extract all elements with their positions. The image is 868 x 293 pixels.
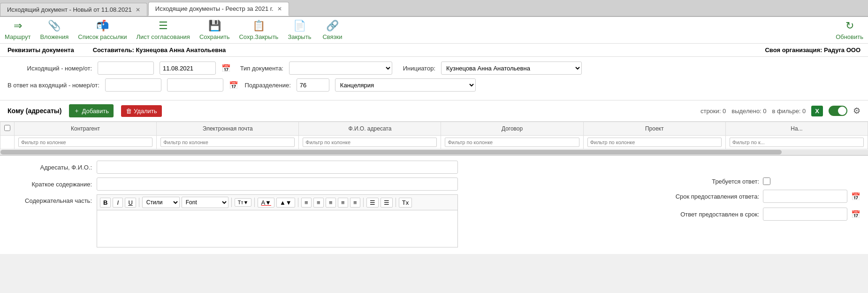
recipients-table: Контрагент Электронная почта Ф.И.О. адре…	[0, 122, 868, 149]
calendar-icon-2[interactable]: 📅	[229, 81, 238, 90]
input-reply-date[interactable]	[167, 78, 223, 92]
answered-input[interactable]	[763, 208, 847, 221]
add-recipient-button[interactable]: ＋ Добавить	[69, 104, 113, 117]
export-button[interactable]: X	[811, 106, 823, 116]
close-icon: 📄	[293, 20, 306, 32]
filter-contract[interactable]	[445, 138, 579, 147]
toolbar: ⇒ Маршрут 📎 Вложения 📬 Список рассылки ☰…	[0, 17, 868, 44]
org-label: Своя организация: Радуга ООО	[765, 46, 860, 54]
font-color-button[interactable]: A▼	[258, 198, 274, 208]
list-ol-button[interactable]: ☰	[381, 198, 393, 208]
divider-5	[363, 198, 364, 207]
tab-close-1[interactable]: ✕	[136, 7, 140, 13]
toolbar-refresh-label: Обновить	[836, 33, 863, 40]
recipients-header: Кому (адресаты) ＋ Добавить 🗑 Удалить стр…	[0, 100, 868, 122]
select-dept[interactable]: Канцелярия	[335, 78, 476, 92]
list-ul-button[interactable]: ☰	[366, 198, 379, 208]
tab-registry[interactable]: Исходящие документы - Реестр за 2021 г. …	[148, 2, 289, 16]
select-initiator[interactable]: Кузнецова Анна Анатольевна	[441, 62, 582, 75]
brief-label: Краткое содержание:	[8, 181, 92, 188]
filter-recipient-name-cell	[299, 136, 441, 149]
delete-recipient-button[interactable]: 🗑 Удалить	[121, 105, 162, 117]
toolbar-links[interactable]: 🔗 Связки	[320, 20, 344, 40]
save-close-icon: 📋	[252, 20, 265, 32]
clear-format-button[interactable]: Tx	[399, 198, 412, 208]
toolbar-save-label: Сохранить	[199, 33, 230, 40]
filter-checkbox-cell	[0, 136, 15, 149]
attachment-icon: 📎	[48, 20, 61, 32]
toolbar-approval-label: Лист согласования	[137, 33, 190, 40]
align-center-button[interactable]: ≡	[313, 198, 324, 208]
answered-label: Ответ предоставлен в срок:	[647, 211, 759, 218]
divider-6	[396, 198, 396, 207]
input-number[interactable]	[98, 62, 154, 75]
filter-extra[interactable]	[730, 138, 864, 147]
deadline-input[interactable]	[763, 190, 847, 203]
filter-contract-cell	[441, 136, 583, 149]
addressees-row: Адресаты, Ф.И.О.:	[8, 161, 860, 174]
toolbar-refresh[interactable]: ↻ Обновить	[836, 20, 863, 40]
align-right-button[interactable]: ≡	[326, 198, 336, 208]
font-select[interactable]: Font	[182, 197, 228, 208]
toolbar-save-close[interactable]: 📋 Сохр.Закрыть	[239, 20, 278, 40]
bold-button[interactable]: B	[100, 198, 111, 208]
route-icon: ⇒	[14, 20, 22, 32]
recipients-title: Кому (адресаты)	[8, 107, 61, 115]
toolbar-close[interactable]: 📄 Закрыть	[288, 20, 311, 40]
toolbar-route-label: Маршрут	[5, 33, 30, 40]
col-extra-header: На...	[725, 122, 868, 136]
toolbar-mailing[interactable]: 📬 Список рассылки	[78, 20, 127, 40]
label-initiator: Инициатор:	[398, 65, 435, 72]
right-bottom: Требуется ответ: Срок предоставления отв…	[637, 177, 860, 225]
underline-button[interactable]: U	[125, 198, 136, 208]
input-reply-number[interactable]	[105, 78, 161, 92]
tab-close-2[interactable]: ✕	[277, 6, 282, 12]
requires-answer-checkbox[interactable]	[763, 177, 770, 185]
calendar-icon-deadline[interactable]: 📅	[851, 192, 860, 201]
scrollbar-thumb	[0, 150, 782, 154]
recipients-stats: строки: 0 выделено: 0 в фильре: 0 X ⚙	[700, 106, 860, 116]
toolbar-mailing-label: Список рассылки	[78, 33, 127, 40]
brief-row: Краткое содержание:	[8, 177, 637, 191]
approval-icon: ☰	[159, 20, 168, 32]
col-email-header: Электронная почта	[157, 122, 299, 136]
toolbar-attachments-label: Вложения	[40, 33, 69, 40]
addressees-input[interactable]	[97, 161, 458, 174]
styles-select[interactable]: Стили	[142, 197, 180, 208]
input-dept-code[interactable]	[297, 78, 329, 92]
col-recipient-name-header: Ф.И.О. адресата	[299, 122, 441, 136]
align-justify-button[interactable]: ≡	[338, 198, 348, 208]
toolbar-approval[interactable]: ☰ Лист согласования	[137, 20, 190, 40]
filter-toggle[interactable]	[829, 106, 847, 116]
editor-wrap: B I U Стили Font Tт▼ A▼	[97, 194, 458, 247]
tab-outgoing-doc[interactable]: Исходящий документ - Новый от 11.08.2021…	[0, 3, 147, 16]
header-row: Реквизиты документа Составитель: Кузнецо…	[0, 44, 868, 57]
filter-counterparty[interactable]	[18, 138, 152, 147]
col-checkbox-header	[0, 122, 15, 136]
background-color-button[interactable]: ▲▼	[276, 198, 295, 208]
horizontal-scrollbar[interactable]	[0, 150, 868, 155]
toolbar-attachments[interactable]: 📎 Вложения	[40, 20, 69, 40]
italic-button[interactable]: I	[113, 198, 123, 208]
filter-recipient-name[interactable]	[303, 138, 437, 147]
input-date[interactable]	[160, 62, 216, 75]
select-all-checkbox[interactable]	[4, 125, 10, 131]
delete-label: Удалить	[134, 108, 157, 115]
calendar-icon-1[interactable]: 📅	[221, 64, 231, 73]
trash-icon: 🗑	[126, 108, 132, 115]
brief-input[interactable]	[97, 177, 458, 191]
editor-body[interactable]	[97, 210, 458, 247]
settings-icon[interactable]: ⚙	[853, 106, 860, 116]
align-left-button[interactable]: ≡	[301, 198, 312, 208]
toolbar-route[interactable]: ⇒ Маршрут	[5, 20, 30, 40]
plus-icon: ＋	[74, 107, 80, 115]
label-number: Исходящий - номер/от:	[8, 65, 92, 72]
stats-filter: в фильре: 0	[772, 108, 806, 115]
calendar-icon-answered[interactable]: 📅	[851, 210, 860, 219]
toolbar-save[interactable]: 💾 Сохранить	[199, 20, 230, 40]
align-extra-button[interactable]: ≡	[350, 198, 360, 208]
font-size-button[interactable]: Tт▼	[235, 198, 252, 207]
filter-project[interactable]	[587, 138, 722, 147]
filter-email[interactable]	[160, 138, 295, 147]
select-doctype[interactable]	[289, 62, 392, 75]
